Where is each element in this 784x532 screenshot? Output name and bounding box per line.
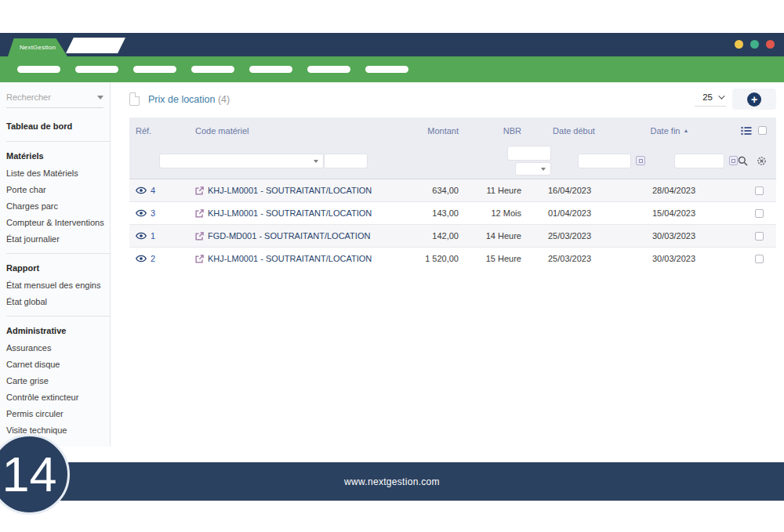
table-row: 1FGD-MD001 - SOUTRAITANT/LOCATION142,001…: [129, 224, 776, 247]
ref-cell: 1: [129, 231, 186, 241]
nbr-cell: 14 Heure: [460, 231, 524, 241]
calendar-icon[interactable]: [729, 156, 738, 165]
eye-icon[interactable]: [136, 186, 147, 194]
montant-cell: 143,00: [399, 208, 460, 218]
date-debut-filter-input[interactable]: [578, 154, 631, 168]
search-icon[interactable]: [738, 156, 748, 166]
nav-menu-pill[interactable]: [133, 66, 176, 73]
column-header-ref[interactable]: Réf.: [129, 126, 186, 136]
select-all-checkbox[interactable]: [758, 126, 767, 135]
ref-cell: 3: [129, 208, 186, 218]
sidebar-section-administrative: Administrative: [6, 322, 110, 340]
date-debut-cell: 01/04/2023: [524, 208, 623, 218]
window-dot-red-icon[interactable]: [766, 40, 775, 49]
footer-url: www.nextgestion.com: [344, 476, 440, 487]
sidebar: Rechercher Tableau de bordMatérielsListe…: [0, 82, 111, 447]
sidebar-item-porte-char[interactable]: Porte char: [6, 182, 110, 198]
sidebar-item-carnet-disque[interactable]: Carnet disque: [6, 356, 110, 373]
code-materiel-text: KHJ-LM0001 - SOUTRAITANT/LOCATION: [208, 186, 372, 195]
sidebar-item-contr-le-extincteur[interactable]: Contrôle extincteur: [6, 389, 110, 406]
code-materiel-link[interactable]: KHJ-LM0001 - SOUTRAITANT/LOCATION: [186, 208, 399, 218]
ref-number[interactable]: 1: [151, 231, 155, 241]
sidebar-item-carte-grise[interactable]: Carte grise: [6, 373, 110, 389]
ref-number[interactable]: 3: [151, 208, 155, 218]
window-dot-green-icon[interactable]: [750, 40, 759, 49]
sidebar-item-liste-des-mat-riels[interactable]: Liste des Matériels: [6, 165, 110, 182]
brand-label: NextGestion: [20, 44, 56, 51]
row-checkbox[interactable]: [755, 209, 764, 218]
montant-cell: 1 520,00: [399, 254, 460, 263]
nav-menu-pill[interactable]: [17, 66, 60, 73]
nav-menu-pill[interactable]: [75, 66, 118, 73]
column-header-nbr[interactable]: NBR: [460, 126, 524, 136]
eye-icon[interactable]: [136, 209, 147, 217]
search-reset-icon[interactable]: [757, 156, 767, 166]
montant-filter-input[interactable]: [324, 154, 368, 168]
table-row: 2KHJ-LM0001 - SOUTRAITANT/LOCATION1 520,…: [129, 247, 776, 270]
date-fin-cell: 30/03/2023: [623, 254, 716, 263]
montant-cell: 142,00: [399, 231, 460, 241]
page-size-value: 25: [702, 92, 713, 102]
column-header-montant[interactable]: Montant: [399, 126, 460, 136]
sidebar-item--tat-global[interactable]: État global: [6, 294, 110, 310]
window-titlebar: NextGestion: [0, 33, 784, 56]
title-row: Prix de location (4) 25 +: [111, 82, 784, 118]
code-filter-select[interactable]: [159, 154, 324, 168]
page-size-select[interactable]: 25: [695, 92, 726, 107]
sidebar-item-assurances[interactable]: Assurances: [6, 340, 110, 356]
row-checkbox[interactable]: [755, 232, 764, 241]
row-checkbox[interactable]: [755, 186, 764, 195]
ref-number[interactable]: 2: [151, 254, 155, 263]
filter-actions-cell: [738, 143, 776, 166]
add-button[interactable]: +: [732, 89, 776, 110]
nbr-cell: 11 Heure: [460, 186, 524, 195]
column-header-date-fin[interactable]: Date fin ▲: [623, 126, 716, 136]
nav-menu-pill[interactable]: [249, 66, 292, 73]
sidebar-section-mat-riels: Matériels: [6, 147, 110, 165]
ref-number[interactable]: 4: [151, 186, 155, 195]
row-actions-cell: [716, 232, 776, 241]
external-link-icon: [195, 209, 204, 218]
sidebar-item-charges-parc[interactable]: Charges parc: [6, 198, 110, 215]
data-table: Réf. Code matériel Montant NBR Date débu…: [129, 118, 776, 270]
list-icon[interactable]: [741, 126, 752, 136]
calendar-icon[interactable]: [636, 156, 645, 165]
sidebar-divider: [6, 141, 110, 142]
sidebar-search[interactable]: Rechercher: [6, 92, 103, 108]
sidebar-item--tat-journalier[interactable]: État journalier: [6, 231, 110, 248]
column-header-date-debut[interactable]: Date début: [524, 126, 623, 136]
nbr-filter-input[interactable]: [507, 146, 551, 161]
nav-menu-pill[interactable]: [191, 66, 234, 73]
nav-menu-pill[interactable]: [307, 66, 350, 73]
sidebar-item-permis-circuler[interactable]: Permis circuler: [6, 406, 110, 422]
page-number-text: 14: [2, 450, 56, 499]
external-link-icon: [195, 186, 204, 195]
window-dot-yellow-icon[interactable]: [735, 40, 743, 49]
nav-menu-pill[interactable]: [365, 66, 408, 73]
date-fin-filter-input[interactable]: [674, 154, 724, 168]
code-materiel-text: FGD-MD001 - SOUTRAITANT/LOCATION: [208, 231, 370, 241]
code-materiel-link[interactable]: KHJ-LM0001 - SOUTRAITANT/LOCATION: [186, 186, 399, 195]
secondary-tab[interactable]: [66, 38, 125, 53]
code-materiel-text: KHJ-LM0001 - SOUTRAITANT/LOCATION: [208, 254, 372, 263]
nbr-cell: 12 Mois: [460, 208, 524, 218]
code-materiel-link[interactable]: FGD-MD001 - SOUTRAITANT/LOCATION: [186, 231, 399, 241]
nbr-filter-select[interactable]: [515, 162, 551, 176]
column-header-code[interactable]: Code matériel: [186, 126, 399, 136]
page-title: Prix de location (4): [148, 94, 230, 105]
date-debut-cell: 25/03/2023: [524, 254, 623, 263]
table-row: 3KHJ-LM0001 - SOUTRAITANT/LOCATION143,00…: [129, 201, 776, 224]
date-fin-cell: 30/03/2023: [623, 231, 716, 241]
sidebar-item-compteur-interventions[interactable]: Compteur & Interventions: [6, 215, 110, 231]
table-column-labels: Réf. Code matériel Montant NBR Date débu…: [129, 118, 776, 143]
record-count: (4): [218, 94, 230, 105]
code-materiel-link[interactable]: KHJ-LM0001 - SOUTRAITANT/LOCATION: [186, 254, 399, 263]
table-filter-row: [129, 143, 776, 179]
eye-icon[interactable]: [136, 232, 147, 240]
sidebar-item--tat-mensuel-des-engins[interactable]: État mensuel des engins: [6, 277, 110, 294]
external-link-icon: [195, 255, 204, 263]
eye-icon[interactable]: [136, 255, 147, 262]
sidebar-search-placeholder: Rechercher: [6, 92, 51, 102]
brand-tab[interactable]: NextGestion: [8, 38, 67, 56]
row-checkbox[interactable]: [755, 255, 764, 263]
